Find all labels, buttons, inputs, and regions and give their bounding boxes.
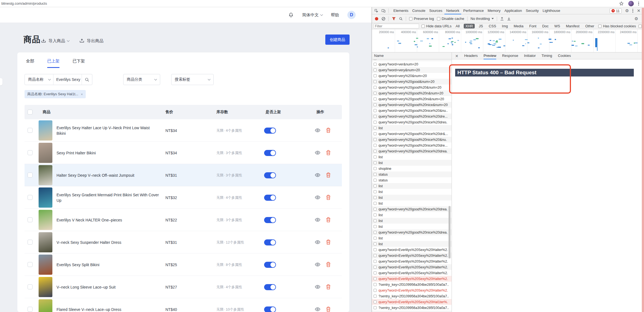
product-image[interactable] — [39, 210, 52, 230]
request-checkbox[interactable] — [374, 59, 377, 60]
category-filter-select[interactable]: 商品分类 — [123, 74, 160, 85]
export-har-icon[interactable] — [507, 17, 511, 21]
request-checkbox[interactable] — [374, 295, 377, 298]
product-row[interactable]: Everlilys Sexy Split BikiniNT$25无限· 8个多属… — [25, 253, 342, 276]
network-request-row[interactable]: list — [372, 183, 452, 189]
request-checkbox[interactable] — [374, 213, 377, 216]
request-checkbox[interactable] — [374, 138, 377, 141]
request-checkbox[interactable] — [374, 266, 377, 269]
product-row[interactable]: Sexy Print Halter BikiniNT$34无限· 3个多属性 — [25, 142, 342, 164]
browser-menu-icon[interactable] — [638, 2, 639, 6]
view-product-icon[interactable] — [315, 240, 320, 245]
request-checkbox[interactable] — [374, 92, 377, 95]
product-row[interactable]: Everlilys V Neck HALTER One–piecesNT$22无… — [25, 209, 342, 231]
product-image[interactable] — [39, 187, 52, 208]
delete-product-icon[interactable] — [326, 262, 331, 267]
network-request-row[interactable]: query?word=very%20good%20nice%20&nu. — [372, 137, 452, 142]
browser-profile-avatar[interactable] — [628, 1, 634, 6]
listed-toggle[interactable] — [264, 262, 276, 268]
network-request-row[interactable]: list — [372, 224, 452, 229]
product-image[interactable] — [39, 299, 52, 312]
select-all-checkbox[interactable] — [28, 110, 33, 115]
network-request-row[interactable]: list — [372, 160, 452, 166]
inspect-element-icon[interactable] — [374, 9, 379, 13]
close-detail-icon[interactable]: ✕ — [455, 54, 458, 58]
network-request-row[interactable]: list — [372, 241, 452, 247]
request-checkbox[interactable] — [374, 63, 377, 66]
row-checkbox[interactable] — [28, 195, 33, 200]
product-image[interactable] — [39, 232, 52, 252]
type-filter-css[interactable]: CSS — [487, 24, 498, 28]
request-checkbox[interactable] — [374, 155, 377, 158]
listed-toggle[interactable] — [264, 172, 276, 178]
devtools-tab-elements[interactable]: Elements — [391, 7, 410, 14]
network-request-row[interactable]: query?word=very%20&num=20 — [372, 73, 452, 79]
request-checkbox[interactable] — [374, 109, 377, 112]
language-selector[interactable]: 简体中文 — [302, 12, 323, 18]
row-checkbox[interactable] — [28, 128, 33, 133]
row-checkbox[interactable] — [28, 240, 33, 245]
preserve-log-checkbox[interactable] — [409, 17, 412, 20]
tab-全部[interactable]: 全部 — [26, 59, 34, 68]
detail-tab-preview[interactable]: Preview — [484, 52, 496, 59]
type-filter-font[interactable]: Font — [528, 24, 538, 28]
devtools-settings-icon[interactable]: ⚙ — [625, 8, 629, 13]
request-checkbox[interactable] — [374, 231, 377, 234]
request-checkbox[interactable] — [374, 184, 377, 187]
request-checkbox[interactable] — [374, 97, 377, 101]
request-checkbox[interactable] — [374, 254, 377, 257]
request-checkbox[interactable] — [374, 248, 377, 251]
type-filter-img[interactable]: Img — [500, 24, 510, 28]
product-image[interactable] — [39, 143, 52, 163]
waterfall-overview[interactable] — [372, 35, 644, 52]
name-column-header[interactable]: Name — [372, 52, 452, 59]
network-request-row[interactable]: query?word=Everlilys%20Sexy%20Hal1ter%. — [372, 299, 452, 305]
network-request-row[interactable]: list — [372, 154, 452, 160]
product-image[interactable] — [39, 120, 52, 141]
request-checkbox[interactable] — [374, 144, 377, 147]
address-bar-url[interactable]: blinestg.com/admin/products — [1, 1, 47, 6]
view-product-icon[interactable] — [315, 195, 320, 200]
network-request-row[interactable]: query?word=very%20good%20nice%20dr&... — [372, 131, 452, 137]
devtools-tab-application[interactable]: Application — [503, 7, 524, 14]
type-filter-doc[interactable]: Doc — [541, 24, 550, 28]
create-product-button[interactable]: 创建商品 — [325, 35, 350, 45]
throttling-select[interactable]: No throttling — [471, 17, 494, 21]
devtools-tab-memory[interactable]: Memory — [486, 7, 503, 14]
network-request-row[interactable]: list — [372, 311, 452, 312]
tab-已下架[interactable]: 已下架 — [73, 59, 85, 68]
detail-tab-headers[interactable]: Headers — [464, 52, 478, 59]
network-request-row[interactable]: query?word=Everlilys%20Sexy%20Halter%2. — [372, 287, 452, 293]
product-name-search-input[interactable] — [53, 77, 82, 82]
delete-product-icon[interactable] — [326, 128, 331, 133]
product-row[interactable]: V–neck Sexy Suspender Halter DressNT$31无… — [25, 231, 342, 253]
request-checkbox[interactable] — [374, 225, 377, 228]
request-checkbox[interactable] — [374, 300, 377, 303]
network-request-row[interactable]: query?word=Everlilys%20Sexy%20Halter%2. — [372, 276, 452, 282]
detail-tab-cookies[interactable]: Cookies — [558, 52, 571, 59]
import-har-icon[interactable] — [500, 17, 504, 21]
sidebar-collapse-handle[interactable] — [0, 78, 2, 85]
type-filter-other[interactable]: Other — [584, 24, 596, 28]
product-row[interactable]: Flared Sleeve V–neck Lace–up DressNT$40无… — [25, 298, 342, 312]
network-request-row[interactable]: query?word=very&num=20 — [372, 67, 452, 73]
delete-product-icon[interactable] — [326, 217, 331, 223]
request-checkbox[interactable] — [374, 132, 377, 135]
user-avatar[interactable]: D — [347, 11, 356, 19]
network-request-row[interactable]: list — [372, 212, 452, 218]
request-checkbox[interactable] — [374, 68, 377, 72]
delete-product-icon[interactable] — [326, 239, 331, 245]
detail-tab-timing[interactable]: Timing — [541, 52, 552, 59]
product-row[interactable]: V–neck Long Sleeve Lace–up SuitNT$27无限· … — [25, 276, 342, 298]
request-checkbox[interactable] — [374, 190, 377, 193]
network-request-row[interactable]: status — [372, 177, 452, 183]
request-checkbox[interactable] — [374, 121, 377, 124]
request-checkbox[interactable] — [374, 271, 377, 274]
import-products-button[interactable]: 导入商品 — [41, 38, 69, 44]
detail-tab-initiator[interactable]: Initiator — [524, 52, 536, 59]
export-products-button[interactable]: 导出商品 — [79, 38, 103, 44]
network-request-row[interactable]: query?word=very%20good%20nice%20drea. — [372, 229, 452, 235]
remove-filter-icon[interactable]: × — [81, 92, 83, 96]
row-checkbox[interactable] — [28, 262, 33, 267]
row-checkbox[interactable] — [28, 150, 33, 155]
